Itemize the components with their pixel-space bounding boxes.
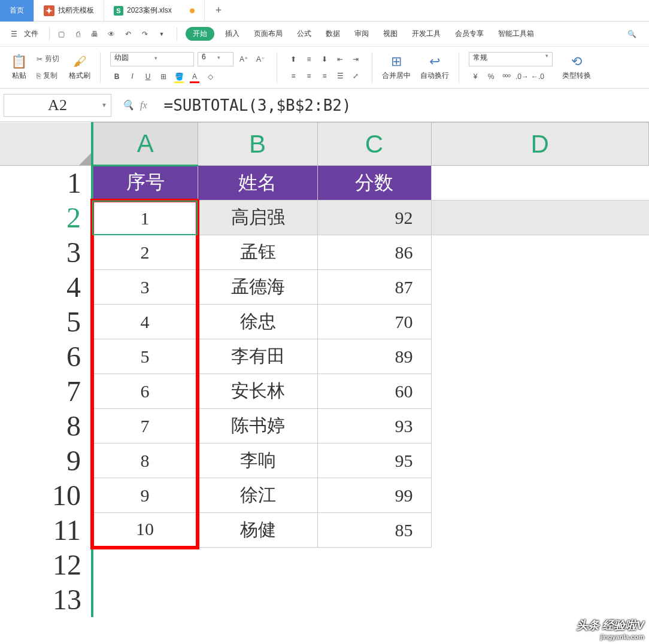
header-cell[interactable]: 序号	[92, 166, 198, 201]
align-bottom-button[interactable]: ⬇	[318, 53, 331, 66]
cell[interactable]: 93	[317, 409, 431, 443]
name-box[interactable]: A2 ▼	[4, 94, 111, 117]
column-header-c[interactable]: C	[317, 123, 431, 166]
cell[interactable]	[317, 548, 431, 582]
number-format-select[interactable]: 常规▾	[469, 52, 553, 66]
copy-button[interactable]: ⎘复制	[37, 71, 59, 81]
border-button[interactable]: ⊞	[157, 70, 170, 83]
row-header[interactable]: 12	[0, 548, 92, 582]
cell[interactable]	[431, 443, 649, 478]
cell[interactable]: 孟德海	[198, 270, 317, 305]
font-color-button[interactable]: A	[188, 70, 201, 83]
cell[interactable]: 7	[92, 409, 198, 443]
font-name-select[interactable]: 幼圆 ▾	[110, 52, 194, 66]
cell[interactable]: 8	[92, 443, 198, 478]
align-middle-button[interactable]: ≡	[302, 53, 316, 66]
cell[interactable]: 孟钰	[198, 235, 317, 270]
cell[interactable]: 高启强	[198, 201, 317, 235]
increase-decimal-button[interactable]: .0→	[515, 70, 529, 83]
currency-button[interactable]: ¥	[469, 70, 482, 83]
menu-start[interactable]: 开始	[186, 27, 214, 41]
cell[interactable]	[198, 582, 317, 617]
cell[interactable]	[431, 201, 649, 235]
dropdown-icon[interactable]: ▼	[155, 28, 168, 41]
cut-button[interactable]: ✂剪切	[37, 54, 59, 64]
row-header[interactable]: 5	[0, 305, 92, 339]
cell[interactable]	[431, 305, 649, 339]
menu-dev[interactable]: 开发工具	[405, 29, 448, 39]
cell[interactable]: 4	[92, 305, 198, 339]
align-right-button[interactable]: ≡	[318, 69, 331, 83]
row-header[interactable]: 3	[0, 235, 92, 270]
menu-insert[interactable]: 插入	[218, 29, 247, 39]
fx-icon[interactable]: fx	[140, 100, 147, 111]
cell[interactable]: 95	[317, 443, 431, 478]
format-painter-button[interactable]: 🖌 格式刷	[69, 54, 90, 81]
wrap-text-button[interactable]: ↩ 自动换行	[420, 54, 449, 81]
justify-button[interactable]: ☰	[333, 69, 347, 83]
type-convert-button[interactable]: ⟲ 类型转换	[562, 54, 591, 81]
row-header[interactable]: 4	[0, 270, 92, 305]
cell[interactable]	[431, 270, 649, 305]
select-all-corner[interactable]	[0, 123, 92, 166]
underline-button[interactable]: U	[141, 70, 154, 83]
row-header[interactable]: 9	[0, 443, 92, 478]
new-tab-button[interactable]: +	[205, 4, 233, 17]
header-cell[interactable]: 姓名	[198, 166, 317, 201]
cell[interactable]	[92, 582, 198, 617]
cell[interactable]: 92	[317, 201, 431, 235]
row-header[interactable]: 2	[0, 201, 92, 235]
cell[interactable]: 6	[92, 374, 198, 409]
cell[interactable]	[431, 166, 649, 201]
menu-view[interactable]: 视图	[376, 29, 405, 39]
search-icon[interactable]: 🔍	[625, 28, 638, 41]
increase-font-button[interactable]: A⁺	[237, 53, 250, 66]
italic-button[interactable]: I	[126, 70, 139, 83]
clear-format-button[interactable]: ◇	[204, 70, 217, 83]
align-left-button[interactable]: ≡	[287, 69, 300, 83]
fill-color-button[interactable]: 🪣	[172, 70, 186, 83]
decrease-decimal-button[interactable]: ←.0	[531, 70, 544, 83]
cell[interactable]	[431, 235, 649, 270]
cell[interactable]: 9	[92, 478, 198, 513]
row-header[interactable]: 10	[0, 478, 92, 513]
cell[interactable]: 2	[92, 235, 198, 270]
tab-templates[interactable]: ✦ 找稻壳模板	[34, 0, 104, 22]
zoom-fx-icon[interactable]: 🔍	[122, 99, 134, 111]
menu-formula[interactable]: 公式	[290, 29, 319, 39]
cell[interactable]: 徐江	[198, 478, 317, 513]
cell[interactable]: 3	[92, 270, 198, 305]
indent-decrease-button[interactable]: ⇤	[333, 53, 347, 66]
cell[interactable]: 徐忠	[198, 305, 317, 339]
tab-file[interactable]: S 2023案例.xlsx	[104, 0, 205, 22]
font-size-select[interactable]: 6 ▾	[198, 52, 233, 66]
menu-review[interactable]: 审阅	[347, 29, 376, 39]
header-cell[interactable]: 分数	[317, 166, 431, 201]
orientation-button[interactable]: ⤢	[349, 69, 362, 83]
cell[interactable]: 陈书婷	[198, 409, 317, 443]
menu-layout[interactable]: 页面布局	[247, 29, 290, 39]
row-header[interactable]: 7	[0, 374, 92, 409]
cell[interactable]: 60	[317, 374, 431, 409]
menu-file[interactable]: 文件	[24, 29, 38, 39]
menu-data[interactable]: 数据	[319, 29, 347, 39]
redo-icon[interactable]: ↷	[138, 28, 151, 41]
row-header[interactable]: 11	[0, 513, 92, 548]
cell[interactable]: 99	[317, 478, 431, 513]
cell[interactable]	[198, 548, 317, 582]
cell[interactable]	[431, 582, 649, 617]
decrease-font-button[interactable]: A⁻	[254, 53, 267, 66]
cell-a2[interactable]: 1	[92, 201, 198, 235]
paste-button[interactable]: 📋 粘贴	[11, 54, 27, 81]
row-header[interactable]: 1	[0, 166, 92, 201]
cell[interactable]: 85	[317, 513, 431, 548]
cell[interactable]: 86	[317, 235, 431, 270]
cell[interactable]	[92, 548, 198, 582]
column-header-a[interactable]: A	[92, 123, 198, 166]
cell[interactable]: 李有田	[198, 339, 317, 374]
bold-button[interactable]: B	[110, 70, 123, 83]
column-header-b[interactable]: B	[198, 123, 317, 166]
cell[interactable]: 李响	[198, 443, 317, 478]
menu-member[interactable]: 会员专享	[448, 29, 491, 39]
column-header-d[interactable]: D	[431, 123, 649, 166]
